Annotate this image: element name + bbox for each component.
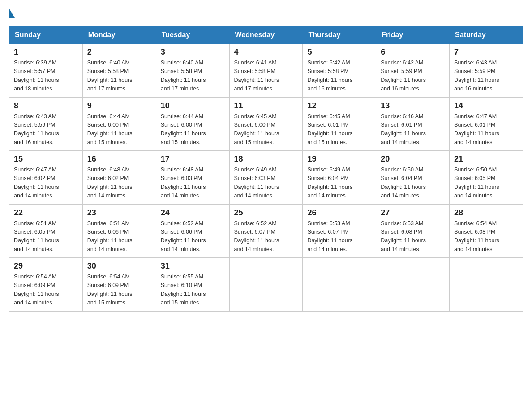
day-number: 14 (454, 101, 518, 111)
day-info: Sunrise: 6:49 AMSunset: 6:03 PMDaylight:… (234, 166, 298, 201)
logo-triangle-icon (9, 9, 15, 18)
day-number: 11 (234, 101, 298, 111)
day-info: Sunrise: 6:46 AMSunset: 6:01 PMDaylight:… (381, 112, 445, 147)
week-row-3: 15 Sunrise: 6:47 AMSunset: 6:02 PMDaylig… (9, 151, 523, 205)
header-day-wednesday: Wednesday (229, 26, 303, 44)
week-row-5: 29 Sunrise: 6:54 AMSunset: 6:09 PMDaylig… (9, 258, 523, 312)
day-number: 2 (87, 47, 151, 57)
calendar-cell: 15 Sunrise: 6:47 AMSunset: 6:02 PMDaylig… (9, 151, 83, 205)
day-number: 30 (87, 261, 151, 271)
calendar-cell: 18 Sunrise: 6:49 AMSunset: 6:03 PMDaylig… (229, 151, 303, 205)
day-number: 7 (454, 47, 518, 57)
day-number: 13 (381, 101, 445, 111)
header-row: SundayMondayTuesdayWednesdayThursdayFrid… (9, 26, 523, 44)
day-info: Sunrise: 6:51 AMSunset: 6:05 PMDaylight:… (14, 219, 78, 254)
calendar-cell: 12 Sunrise: 6:45 AMSunset: 6:01 PMDaylig… (303, 97, 376, 151)
day-info: Sunrise: 6:45 AMSunset: 6:01 PMDaylight:… (307, 112, 371, 147)
page-header (9, 9, 523, 17)
day-info: Sunrise: 6:55 AMSunset: 6:10 PMDaylight:… (161, 273, 225, 308)
calendar-cell: 21 Sunrise: 6:50 AMSunset: 6:05 PMDaylig… (450, 151, 523, 205)
day-number: 15 (14, 154, 78, 164)
calendar-cell: 8 Sunrise: 6:43 AMSunset: 5:59 PMDayligh… (9, 97, 83, 151)
day-info: Sunrise: 6:41 AMSunset: 5:58 PMDaylight:… (234, 59, 298, 94)
day-number: 4 (234, 47, 298, 57)
calendar-cell: 7 Sunrise: 6:43 AMSunset: 5:59 PMDayligh… (450, 44, 523, 98)
calendar-cell (450, 258, 523, 312)
calendar-cell: 23 Sunrise: 6:51 AMSunset: 6:06 PMDaylig… (82, 204, 156, 258)
calendar-cell: 5 Sunrise: 6:42 AMSunset: 5:58 PMDayligh… (303, 44, 376, 98)
header-day-thursday: Thursday (303, 26, 376, 44)
calendar-cell: 4 Sunrise: 6:41 AMSunset: 5:58 PMDayligh… (229, 44, 303, 98)
day-info: Sunrise: 6:52 AMSunset: 6:06 PMDaylight:… (161, 219, 225, 254)
day-number: 8 (14, 101, 78, 111)
week-row-2: 8 Sunrise: 6:43 AMSunset: 5:59 PMDayligh… (9, 97, 523, 151)
day-number: 18 (234, 154, 298, 164)
calendar-cell: 16 Sunrise: 6:48 AMSunset: 6:02 PMDaylig… (82, 151, 156, 205)
calendar-cell: 17 Sunrise: 6:48 AMSunset: 6:03 PMDaylig… (156, 151, 229, 205)
day-info: Sunrise: 6:47 AMSunset: 6:01 PMDaylight:… (454, 112, 518, 147)
day-info: Sunrise: 6:47 AMSunset: 6:02 PMDaylight:… (14, 166, 78, 201)
day-info: Sunrise: 6:39 AMSunset: 5:57 PMDaylight:… (14, 59, 78, 94)
day-info: Sunrise: 6:48 AMSunset: 6:02 PMDaylight:… (87, 166, 151, 201)
calendar-header: SundayMondayTuesdayWednesdayThursdayFrid… (9, 26, 523, 44)
calendar-cell: 3 Sunrise: 6:40 AMSunset: 5:58 PMDayligh… (156, 44, 229, 98)
day-info: Sunrise: 6:50 AMSunset: 6:05 PMDaylight:… (454, 166, 518, 201)
header-day-sunday: Sunday (9, 26, 83, 44)
calendar-cell (229, 258, 303, 312)
calendar-cell: 24 Sunrise: 6:52 AMSunset: 6:06 PMDaylig… (156, 204, 229, 258)
calendar-cell: 26 Sunrise: 6:53 AMSunset: 6:07 PMDaylig… (303, 204, 376, 258)
calendar-cell: 31 Sunrise: 6:55 AMSunset: 6:10 PMDaylig… (156, 258, 229, 312)
calendar-cell: 20 Sunrise: 6:50 AMSunset: 6:04 PMDaylig… (376, 151, 450, 205)
calendar-cell: 28 Sunrise: 6:54 AMSunset: 6:08 PMDaylig… (450, 204, 523, 258)
header-day-saturday: Saturday (450, 26, 523, 44)
logo (9, 9, 15, 17)
day-number: 29 (14, 261, 78, 271)
day-number: 26 (307, 208, 371, 218)
calendar-table: SundayMondayTuesdayWednesdayThursdayFrid… (9, 26, 523, 312)
calendar-cell: 22 Sunrise: 6:51 AMSunset: 6:05 PMDaylig… (9, 204, 83, 258)
calendar-body: 1 Sunrise: 6:39 AMSunset: 5:57 PMDayligh… (9, 44, 523, 312)
calendar-cell: 25 Sunrise: 6:52 AMSunset: 6:07 PMDaylig… (229, 204, 303, 258)
day-number: 20 (381, 154, 445, 164)
day-number: 22 (14, 208, 78, 218)
day-info: Sunrise: 6:54 AMSunset: 6:09 PMDaylight:… (14, 273, 78, 308)
day-info: Sunrise: 6:42 AMSunset: 5:58 PMDaylight:… (307, 59, 371, 94)
day-number: 21 (454, 154, 518, 164)
day-number: 1 (14, 47, 78, 57)
calendar-cell: 19 Sunrise: 6:49 AMSunset: 6:04 PMDaylig… (303, 151, 376, 205)
calendar-cell: 9 Sunrise: 6:44 AMSunset: 6:00 PMDayligh… (82, 97, 156, 151)
day-number: 3 (161, 47, 225, 57)
day-info: Sunrise: 6:43 AMSunset: 5:59 PMDaylight:… (14, 112, 78, 147)
day-info: Sunrise: 6:50 AMSunset: 6:04 PMDaylight:… (381, 166, 445, 201)
day-number: 9 (87, 101, 151, 111)
day-info: Sunrise: 6:44 AMSunset: 6:00 PMDaylight:… (161, 112, 225, 147)
day-number: 17 (161, 154, 225, 164)
day-info: Sunrise: 6:40 AMSunset: 5:58 PMDaylight:… (87, 59, 151, 94)
day-number: 6 (381, 47, 445, 57)
day-number: 31 (161, 261, 225, 271)
day-number: 23 (87, 208, 151, 218)
calendar-cell (303, 258, 376, 312)
day-info: Sunrise: 6:54 AMSunset: 6:09 PMDaylight:… (87, 273, 151, 308)
day-number: 5 (307, 47, 371, 57)
week-row-1: 1 Sunrise: 6:39 AMSunset: 5:57 PMDayligh… (9, 44, 523, 98)
calendar-cell: 11 Sunrise: 6:45 AMSunset: 6:00 PMDaylig… (229, 97, 303, 151)
day-info: Sunrise: 6:51 AMSunset: 6:06 PMDaylight:… (87, 219, 151, 254)
day-info: Sunrise: 6:40 AMSunset: 5:58 PMDaylight:… (161, 59, 225, 94)
calendar-cell: 10 Sunrise: 6:44 AMSunset: 6:00 PMDaylig… (156, 97, 229, 151)
calendar-cell: 29 Sunrise: 6:54 AMSunset: 6:09 PMDaylig… (9, 258, 83, 312)
day-info: Sunrise: 6:54 AMSunset: 6:08 PMDaylight:… (454, 219, 518, 254)
day-number: 16 (87, 154, 151, 164)
day-info: Sunrise: 6:49 AMSunset: 6:04 PMDaylight:… (307, 166, 371, 201)
calendar-cell: 14 Sunrise: 6:47 AMSunset: 6:01 PMDaylig… (450, 97, 523, 151)
header-day-monday: Monday (82, 26, 156, 44)
day-info: Sunrise: 6:44 AMSunset: 6:00 PMDaylight:… (87, 112, 151, 147)
day-info: Sunrise: 6:53 AMSunset: 6:07 PMDaylight:… (307, 219, 371, 254)
day-number: 28 (454, 208, 518, 218)
day-info: Sunrise: 6:52 AMSunset: 6:07 PMDaylight:… (234, 219, 298, 254)
day-number: 25 (234, 208, 298, 218)
day-info: Sunrise: 6:48 AMSunset: 6:03 PMDaylight:… (161, 166, 225, 201)
calendar-cell: 27 Sunrise: 6:53 AMSunset: 6:08 PMDaylig… (376, 204, 450, 258)
day-number: 10 (161, 101, 225, 111)
day-number: 27 (381, 208, 445, 218)
